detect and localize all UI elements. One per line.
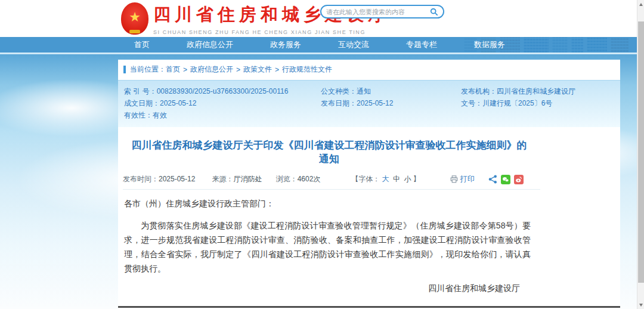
- main-nav: 首页 政府信息公开 政务服务 互动交流 专题专栏 数据服务: [0, 37, 637, 54]
- share-icons: [488, 175, 524, 184]
- article-source: 来源：厅消防处: [212, 174, 262, 184]
- weibo-share-icon[interactable]: [514, 175, 524, 184]
- scroll-up-arrow[interactable]: [637, 0, 644, 8]
- article-paragraph: 为贯彻落实住房城乡建设部《建设工程消防设计审查验收管理暂行规定》（住房城乡建设部…: [124, 218, 531, 276]
- national-emblem-logo: ★: [121, 2, 148, 35]
- article: 四川省住房和城乡建设厅关于印发《四川省建设工程消防设计审查验收工作实施细则》的通…: [118, 138, 535, 309]
- article-title: 四川省住房和城乡建设厅关于印发《四川省建设工程消防设计审查验收工作实施细则》的通…: [129, 138, 530, 166]
- emblem-star-icon: ★: [129, 11, 141, 24]
- search-icon[interactable]: [430, 8, 438, 16]
- breadcrumb-separator: >: [275, 66, 279, 74]
- font-label-close: 】: [413, 175, 420, 183]
- font-label: 【字体：: [351, 175, 380, 183]
- nav-item-services[interactable]: 政务服务: [270, 39, 301, 50]
- meta-validity: 有效性：有效: [124, 109, 321, 121]
- search-input[interactable]: [326, 8, 430, 16]
- breadcrumb-label: 当前位置：: [130, 64, 166, 75]
- view-count: 浏览：4602次: [276, 174, 321, 184]
- font-size-medium-button[interactable]: 中: [393, 175, 400, 183]
- printer-icon: [450, 175, 458, 183]
- breadcrumb-separator: >: [236, 66, 240, 74]
- breadcrumb-accent-bar: [123, 66, 126, 73]
- breadcrumb-separator: >: [183, 66, 187, 74]
- article-salutation: 各市（州）住房城乡建设行政主管部门：: [124, 199, 535, 209]
- font-size-switcher: 【字体： 大 中 小 】: [351, 174, 420, 184]
- font-size-small-button[interactable]: 小: [404, 175, 411, 183]
- print-button[interactable]: 打印: [450, 174, 475, 184]
- share-icon[interactable]: [488, 175, 497, 184]
- meta-doc-type: 公文种类：通知: [321, 85, 461, 97]
- document-meta-box: 索 引 号：008283930/2025-u37663300/2025-0011…: [118, 80, 620, 127]
- scrollbar[interactable]: [637, 0, 644, 309]
- scroll-down-arrow[interactable]: [637, 301, 644, 309]
- breadcrumb-item-gov-info[interactable]: 政府信息公开: [190, 64, 233, 75]
- breadcrumb-item-home[interactable]: 首页: [166, 64, 180, 75]
- info-divider: [123, 189, 540, 190]
- article-info-bar: 发布时间：2025-05-12 来源：厅消防处 浏览：4602次 【字体： 大 …: [123, 174, 524, 184]
- page: ★ 四川省住房和城乡建设厅 SI CHUAN SHENG ZHU FANG HE…: [0, 0, 644, 309]
- content-panel: 当前位置： 首页 > 政府信息公开 > 政策文件 > 行政规范性文件 索 引 号…: [118, 60, 620, 309]
- nav-item-data-services[interactable]: 数据服务: [474, 39, 505, 50]
- meta-doc-number: 文号：川建行规〔2025〕6号: [461, 97, 614, 109]
- breadcrumb-item-regulatory-docs[interactable]: 行政规范性文件: [282, 64, 332, 75]
- breadcrumb-item-policy-docs[interactable]: 政策文件: [243, 64, 272, 75]
- meta-issuing-agency: 发布机构：四川省住房和城乡建设厅: [461, 85, 614, 97]
- scrollbar-thumb[interactable]: [638, 21, 644, 283]
- site-subtitle: SI CHUAN SHENG ZHU FANG HE CHENG XIANG J…: [153, 29, 389, 35]
- footer-divider: [118, 306, 620, 308]
- nav-item-home[interactable]: 首页: [134, 39, 150, 50]
- font-size-large-button[interactable]: 大: [382, 175, 389, 183]
- search-box[interactable]: [320, 5, 444, 18]
- meta-written-date: 成文日期：2025-05-12: [124, 97, 321, 109]
- site-header: ★ 四川省住房和城乡建设厅 SI CHUAN SHENG ZHU FANG HE…: [0, 0, 637, 37]
- breadcrumb: 当前位置： 首页 > 政府信息公开 > 政策文件 > 行政规范性文件: [118, 60, 620, 77]
- publish-time: 发布时间：2025-05-12: [123, 174, 195, 184]
- nav-item-interaction[interactable]: 互动交流: [338, 39, 369, 50]
- meta-index-number: 索 引 号：008283930/2025-u37663300/2025-0011…: [124, 85, 321, 97]
- meta-publish-date: 发布日期：2025-05-12: [321, 97, 461, 109]
- article-signature: 四川省住房和城乡建设厅: [123, 283, 533, 294]
- wechat-share-icon[interactable]: [501, 175, 510, 184]
- nav-item-special-topics[interactable]: 专题专栏: [406, 39, 437, 50]
- nav-item-gov-info[interactable]: 政府信息公开: [187, 39, 233, 50]
